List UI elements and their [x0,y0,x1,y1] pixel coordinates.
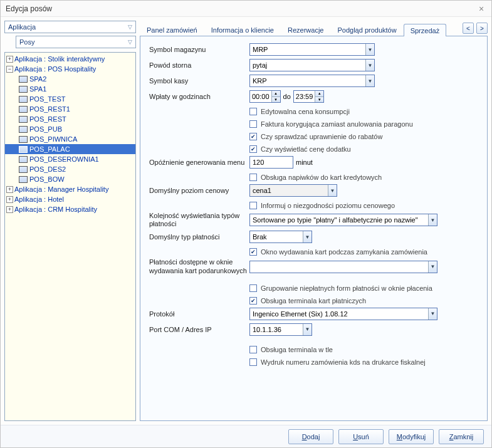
monitor-icon [19,86,28,93]
label-wplaty: Wpłaty w godzinach [149,93,249,100]
footer: Dodaj Usuń Modyfikuj Zamknij [1,425,491,447]
tab-rezerwacje[interactable]: Rezerwacje [281,23,330,36]
chevron-down-icon: ▼ [428,261,437,273]
dodaj-button[interactable]: Dodaj [288,429,333,444]
tree-item-label: POS_DES2 [29,165,66,173]
tabs-row: Panel zamówieńInformacja o kliencieRezer… [140,21,488,36]
label-platnosci-okno: Płatności dostępne w oknie wydawania kar… [149,258,249,274]
select-poziom-cenowy[interactable]: cena1 ▼ [249,184,337,197]
cb-terminal-tle[interactable] [249,346,257,353]
expand-icon[interactable]: + [6,56,13,63]
input-opoznienie[interactable] [249,156,293,169]
label-minut: minut [296,159,313,166]
select-kolejnosc[interactable]: Sortowane po typie "płatny" i alfabetycz… [249,214,437,226]
collapse-icon[interactable]: − [6,66,13,73]
tree-item-label: POS_PUB [29,125,62,133]
spinner-wplaty-to[interactable]: 23:59 ▲▼ [293,90,325,103]
cb-faktura-korygujaca[interactable] [249,120,257,128]
tree-item[interactable]: POS_REST [5,114,135,124]
tree-item[interactable]: POS_BOW [5,174,135,184]
tree-item[interactable]: POS_DES2 [5,164,135,174]
tree-item[interactable]: POS_PIWNICA [5,134,135,144]
expand-icon[interactable]: + [6,186,13,193]
tab-informacja-o-kliencie[interactable]: Informacja o kliencie [204,23,281,36]
app-combo[interactable]: Aplikacja ▽ [4,21,136,33]
right-panel: Panel zamówieńInformacja o kliencieRezer… [140,21,488,421]
cb-okno-wydawania[interactable] [249,248,257,256]
tree-item[interactable]: POS_DESEROWNIA1 [5,154,135,164]
label-poziom-cenowy: Domyślny poziom cenowy [149,187,249,194]
chevron-down-icon: ▽ [128,39,132,45]
tree-root-label: Aplikacja : POS Hospitality [14,65,96,73]
posy-combo-label: Posy [19,38,34,46]
expand-icon[interactable]: + [6,196,13,203]
select-symbol-magazynu[interactable]: MRP ▼ [249,43,375,56]
monitor-icon [19,156,28,163]
tree-root-label: Aplikacja : Stolik interaktywny [14,55,105,63]
monitor-icon [19,96,28,103]
chevron-down-icon: ▼ [328,185,337,196]
tree-item-label: POS_PIWNICA [29,135,77,143]
monitor-icon [19,116,28,123]
tree-root[interactable]: +Aplikacja : Manager Hospitality [5,184,135,194]
cb-informuj-poziom[interactable] [249,202,257,209]
select-typ-platnosci[interactable]: Brak ▼ [249,231,312,243]
tree-root-label: Aplikacja : Manager Hospitality [14,185,108,193]
tab-sprzeda-[interactable]: Sprzedaż [404,24,446,36]
monitor-icon [19,106,28,113]
select-port[interactable]: 10.1.1.36 ▼ [249,323,312,336]
zamknij-button[interactable]: Zamknij [439,429,484,444]
select-protokol[interactable]: Ingenico Ethernet (Six) 1.08.12 ▼ [249,308,437,320]
cb-wydruk-kds[interactable] [249,358,257,366]
expand-icon[interactable]: + [6,206,13,213]
tree-item[interactable]: SPA1 [5,84,135,94]
tab-sprzedaz-content: Symbol magazynu MRP ▼ Powód storna pytaj… [140,36,488,421]
tree-root[interactable]: +Aplikacja : Stolik interaktywny [5,54,135,64]
select-powod-storna[interactable]: pytaj ▼ [249,59,375,71]
usun-button[interactable]: Usuń [338,429,384,444]
monitor-icon [19,126,28,133]
select-symbol-kasy[interactable]: KRP ▼ [249,75,375,87]
cb-edytowalna-cena[interactable] [249,108,257,115]
cb-wyswietlac-cene[interactable] [249,145,257,153]
monitor-icon [19,176,28,183]
tree-item-label: POS_TEST [29,95,65,103]
label-port: Port COM / Adres IP [149,326,249,333]
tree-item-label: SPA2 [29,75,46,83]
cb-sprawdzac-rabaty[interactable] [249,133,257,140]
titlebar: Edycja posów × [1,1,491,17]
tree-root[interactable]: +Aplikacja : Hotel [5,194,135,204]
app-combo-label: Aplikacja [8,23,36,31]
tree-item[interactable]: POS_TEST [5,94,135,104]
tree-root-label: Aplikacja : Hotel [14,195,64,203]
cb-obsluga-terminala[interactable] [249,297,257,305]
close-icon[interactable]: × [476,4,486,14]
tab-podgl-d-produkt-w[interactable]: Podgląd produktów [330,23,403,36]
cb-obsluga-napiwkow[interactable] [249,174,257,181]
label-typ-platnosci: Domyślny typ płatności [149,233,249,241]
modyfikuj-button[interactable]: Modyfikuj [389,429,434,444]
tree-root[interactable]: +Aplikacja : CRM Hospitality [5,204,135,214]
tree-item-label: SPA1 [29,85,46,93]
window-title: Edycja posów [6,4,52,13]
chevron-down-icon: ▼ [365,75,374,86]
tab-prev-button[interactable]: < [463,23,474,34]
spinner-wplaty-from[interactable]: 00:00 ▲▼ [249,90,281,103]
select-platnosci-okno[interactable]: ▼ [249,261,437,273]
tree-item[interactable]: POS_PUB [5,124,135,134]
tree-root[interactable]: −Aplikacja : POS Hospitality [5,64,135,74]
chevron-down-icon: ▼ [365,44,374,55]
left-panel: Aplikacja ▽ Posy ▽ +Aplikacja : Stolik i… [4,21,136,421]
cb-grupowanie[interactable] [249,284,257,292]
tree-item[interactable]: POS_PALAC [5,144,135,154]
label-opoznienie: Opóźnienie generowania menu [149,159,249,166]
tree-root-label: Aplikacja : CRM Hospitality [14,206,97,213]
pos-tree[interactable]: +Aplikacja : Stolik interaktywny−Aplikac… [4,52,136,421]
tree-item[interactable]: POS_REST1 [5,104,135,114]
tree-item[interactable]: SPA2 [5,74,135,84]
window: Edycja posów × Aplikacja ▽ Posy ▽ +Aplik… [0,0,492,448]
tab-panel-zam-wie-[interactable]: Panel zamówień [140,23,204,36]
tab-next-button[interactable]: > [476,23,488,34]
label-protokol: Protokół [149,310,249,318]
posy-combo[interactable]: Posy ▽ [16,36,136,48]
